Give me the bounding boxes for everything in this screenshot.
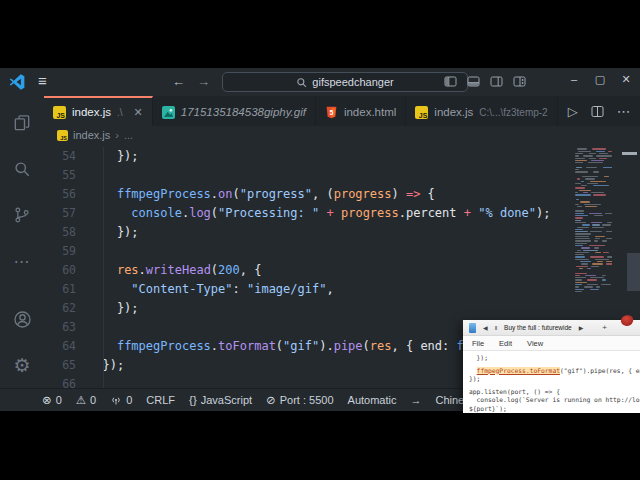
activity-item-search[interactable]: [0, 146, 44, 192]
code-line: 62 });: [44, 299, 640, 318]
status-label: 0: [90, 394, 96, 406]
code-text: });: [76, 147, 139, 166]
titlebar: ≡ ← → gifspeedchanger – ▢ ✕: [0, 68, 640, 96]
indent-guide: [103, 147, 104, 388]
popup-pause-icon[interactable]: ‖: [495, 325, 497, 331]
popup-forward-icon[interactable]: ▶: [579, 324, 584, 331]
breadcrumb-file: index.js: [73, 129, 110, 141]
line-number: 54: [44, 147, 76, 166]
status-item-port-5500[interactable]: ⊘Port : 5500: [266, 393, 333, 407]
popup-code-line: app.listen(port, () => {: [469, 388, 640, 397]
tab-index.js[interactable]: JSindex.jsC:\...\fz3temp-2: [406, 96, 557, 126]
activity-item-files[interactable]: [0, 100, 44, 146]
popup-add-icon[interactable]: +: [602, 323, 607, 332]
status-label: 0: [126, 394, 132, 406]
document-icon: [469, 323, 476, 333]
toggle-sidebar-icon[interactable]: [444, 75, 457, 88]
code-line: 54 });: [44, 147, 640, 166]
status-label: CRLF: [146, 394, 175, 406]
tab-1715135184538giphy.gif[interactable]: 1715135184538giphy.gif: [153, 96, 316, 126]
status-item-0[interactable]: 0: [110, 394, 132, 406]
tab-index.html[interactable]: 5index.html: [316, 96, 406, 126]
popup-content: }); ffmpegProcess.toFormat("gif").pipe(r…: [463, 351, 640, 413]
activity-item-account[interactable]: [0, 296, 44, 342]
code-text: console.log("Processing: " + progress.pe…: [76, 204, 551, 223]
layout-controls: [444, 75, 526, 88]
warning-icon: ⚠: [76, 393, 86, 407]
status-item-0[interactable]: ⊗0: [42, 393, 62, 407]
line-number: 63: [44, 318, 76, 337]
window-controls: – ▢ ✕: [568, 73, 632, 86]
forward-icon[interactable]: →: [197, 74, 210, 89]
code-line: 61 "Content-Type": "image/gif",: [44, 280, 640, 299]
maximize-button[interactable]: ▢: [594, 73, 606, 86]
more-actions-icon[interactable]: ⋯: [617, 103, 632, 119]
activity-item-more[interactable]: ⋯: [0, 238, 44, 284]
files-icon: [12, 113, 32, 133]
popup-menu-edit[interactable]: Edit: [499, 339, 512, 348]
popup-window: ◀ ‖ Buy the full : futurewide ▶ + FileEd…: [463, 320, 640, 411]
toggle-panel-icon[interactable]: [467, 75, 480, 88]
activity-item-settings[interactable]: ⚙: [0, 342, 44, 388]
vscode-logo-icon: [9, 74, 25, 90]
code-line: 60 res.writeHead(200, {: [44, 261, 640, 280]
code-text: ffmpegProcess.toFormat("gif").pipe(res, …: [76, 337, 493, 356]
minimize-button[interactable]: –: [568, 73, 580, 86]
code-text: ffmpegProcess.on("progress", (progress) …: [76, 185, 435, 204]
js-file-icon: JS: [57, 130, 68, 141]
account-icon: [12, 309, 33, 330]
line-number: 57: [44, 204, 76, 223]
html-file-icon: 5: [325, 106, 338, 119]
code-line: 55: [44, 166, 640, 185]
popup-menu-file[interactable]: File: [472, 339, 484, 348]
popup-code-line: });: [469, 354, 640, 363]
popup-code-line: ${port}`);: [469, 405, 640, 414]
run-code-icon[interactable]: ▷: [568, 104, 578, 119]
status-item-automatic[interactable]: Automatic: [348, 394, 397, 406]
tab-label: 1715135184538giphy.gif: [181, 106, 306, 118]
svg-text:5: 5: [329, 108, 333, 115]
line-number: 61: [44, 280, 76, 299]
highlighted-code: ffmpegProcess.toFormat: [477, 367, 560, 374]
status-item--[interactable]: →: [411, 394, 422, 406]
status-item-0[interactable]: ⚠0: [76, 393, 96, 407]
tab-close-icon[interactable]: ✕: [134, 106, 143, 119]
code-text: });: [76, 223, 139, 242]
scrollbar-thumb[interactable]: [627, 253, 640, 291]
code-text: [76, 166, 88, 185]
popup-code-line: });: [469, 375, 640, 384]
code-text: [76, 242, 88, 261]
broadcast-icon: [110, 394, 122, 406]
status-item-crlf[interactable]: CRLF: [146, 394, 175, 406]
breadcrumb[interactable]: JS index.js › ...: [44, 126, 640, 144]
popup-menubar: FileEditView: [463, 336, 640, 351]
activity-item-source-control[interactable]: [0, 192, 44, 238]
js-file-icon: JS: [53, 106, 66, 119]
status-label: JavaScript: [201, 394, 252, 406]
status-item-javascript[interactable]: {}JavaScript: [189, 394, 252, 406]
popup-code-line: ffmpegProcess.toFormat("gif").pipe(res, …: [469, 367, 640, 376]
split-editor-icon[interactable]: [591, 105, 604, 118]
tab-index.js[interactable]: JSindex.js.\✕: [44, 96, 153, 126]
video-frame: ≡ ← → gifspeedchanger – ▢ ✕ ⋯⚙: [0, 0, 640, 480]
menu-icon[interactable]: ≡: [38, 72, 47, 89]
status-label: Automatic: [348, 394, 397, 406]
minimap[interactable]: [574, 146, 612, 296]
code-text: [76, 318, 88, 337]
search-input[interactable]: gifspeedchanger: [222, 72, 468, 92]
tab-path-hint: C:\...\fz3temp-2: [479, 107, 547, 118]
line-number: 56: [44, 185, 76, 204]
popup-menu-view[interactable]: View: [527, 339, 543, 348]
back-icon[interactable]: ←: [172, 74, 185, 89]
popup-back-icon[interactable]: ◀: [483, 324, 488, 331]
js-file-icon: JS: [415, 106, 428, 119]
error-icon: ⊗: [42, 393, 52, 407]
status-label: 0: [56, 394, 62, 406]
overview-ruler-mark: [622, 152, 637, 155]
status-label: →: [411, 394, 422, 406]
close-button[interactable]: ✕: [620, 73, 632, 86]
customize-layout-icon[interactable]: [513, 75, 526, 88]
code-text: "Content-Type": "image/gif",: [76, 280, 334, 299]
editor-actions: ▷ ⋯: [558, 96, 640, 126]
toggle-secondary-sidebar-icon[interactable]: [490, 75, 503, 88]
